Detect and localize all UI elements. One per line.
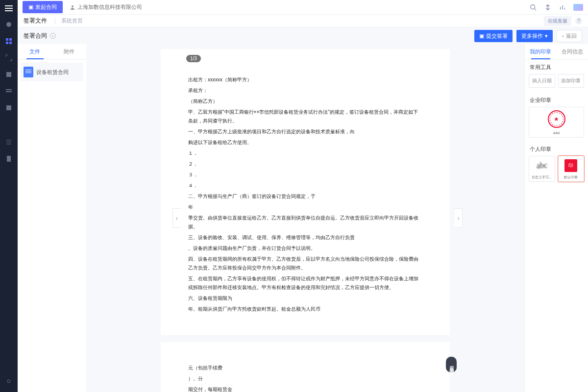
initiate-contract-label: 发起合同 xyxy=(35,3,57,11)
chevron-down-icon: ▾ xyxy=(545,33,548,39)
rail-doc-icon[interactable] xyxy=(5,155,13,163)
svg-point-11 xyxy=(72,5,74,7)
more-actions-label: 更多操作 xyxy=(521,32,543,40)
document-viewer: 1/3 ‹ › 重新填表 出租方：xxxxxx（简称甲方） 承租方： （简称乙方… xyxy=(86,44,524,392)
info-icon[interactable]: i xyxy=(50,33,56,39)
plus-icon: ▣ xyxy=(28,4,33,10)
file-panel: 文件 附件 设备租赁合同 xyxy=(18,44,86,392)
org-name-label: 上海加数信息科技有限公司 xyxy=(77,3,142,11)
doc-line: 承租方： xyxy=(188,86,422,95)
signature-card-default[interactable]: 默认印章 xyxy=(558,156,585,182)
doc-line: ）。分 xyxy=(188,374,422,383)
section-tools-title: 常用工具 xyxy=(525,60,588,74)
doc-line: 出租方：xxxxxx（简称甲方） xyxy=(188,75,422,84)
section-personal-seal-title: 个人印章 xyxy=(525,142,588,156)
prev-page-button[interactable]: ‹ xyxy=(172,208,180,228)
breadcrumb-home-link[interactable]: 系统首页 xyxy=(55,17,83,24)
doc-line: 二、甲方根据与生产厂（商）签订的设备订货合同规定，于 xyxy=(188,192,422,201)
org-icon xyxy=(70,4,75,10)
handwriting-icon: abc xyxy=(536,161,547,171)
svg-line-13 xyxy=(535,8,537,10)
submit-sign-label: 提交签署 xyxy=(486,32,508,40)
tab-contract-info[interactable]: 合同信息 xyxy=(557,44,588,59)
doc-line: 年 xyxy=(188,203,422,212)
support-chip[interactable]: 在线客服 xyxy=(544,16,571,26)
breadcrumb-bar: 签署文件 系统首页 在线客服 ? xyxy=(18,15,588,27)
next-page-button[interactable]: › xyxy=(455,208,463,228)
page-title: 签署合同 xyxy=(24,32,47,40)
tab-my-seals[interactable]: 我的印章 xyxy=(525,44,557,59)
doc-line: 购进以下设备租给乙方使用。 xyxy=(188,138,422,147)
user-avatar[interactable] xyxy=(573,4,583,11)
tab-files[interactable]: 文件 xyxy=(18,44,52,59)
submit-sign-button[interactable]: ▣ 提交签署 xyxy=(474,30,513,42)
svg-point-0 xyxy=(6,22,11,27)
document-icon xyxy=(24,67,33,77)
document-page[interactable]: 出租方：xxxxxx（简称甲方） 承租方： （简称乙方） 甲、乙双方根据"中国工… xyxy=(161,49,450,335)
back-label: 返回 xyxy=(566,32,577,40)
svg-rect-8 xyxy=(6,105,11,110)
action-bar: 签署合同 i ▣ 提交签署 更多操作 ▾ ‹ 返回 xyxy=(18,27,588,44)
svg-rect-6 xyxy=(6,89,12,90)
doc-line: ４． xyxy=(188,181,422,190)
add-seal-button[interactable]: 添加印章 xyxy=(558,74,585,88)
doc-line: 四、设备在租赁期间的所有权属于甲方。乙方收货后，应以甲方名义向当地保险公司投保综… xyxy=(188,255,422,272)
doc-line: 。设备的质量问题由生产厂负责，并在订货合同予以说明。 xyxy=(188,244,422,253)
svg-rect-5 xyxy=(6,72,11,77)
svg-rect-3 xyxy=(6,42,8,44)
help-icon[interactable]: ? xyxy=(575,18,582,24)
breadcrumb-current: 签署文件 xyxy=(24,17,47,25)
rail-settings-icon[interactable] xyxy=(5,377,13,385)
doc-line: 三、设备的验收、安装、调试、使用、保养、维修管理等，均由乙方自行负责 xyxy=(188,233,422,242)
seal-panel: 我的印章 合同信息 常用工具 插入日期 添加印章 企业印章 440 个人印章 a… xyxy=(524,44,588,392)
svg-rect-1 xyxy=(6,38,8,41)
back-button[interactable]: ‹ 返回 xyxy=(557,30,582,42)
signature-label: 默认印章 xyxy=(559,175,584,180)
more-actions-button[interactable]: 更多操作 ▾ xyxy=(516,30,553,42)
doc-line: 元（包括手续费 xyxy=(188,364,422,372)
rail-expand-icon[interactable] xyxy=(5,54,13,62)
org-selector[interactable]: 上海加数信息科技有限公司 xyxy=(70,3,142,11)
left-nav-rail xyxy=(0,0,18,392)
svg-point-10 xyxy=(7,380,10,383)
tab-attachments[interactable]: 附件 xyxy=(52,44,86,59)
svg-rect-7 xyxy=(6,91,12,92)
svg-rect-4 xyxy=(9,42,12,44)
back-icon: ‹ xyxy=(562,33,564,39)
refill-form-chip[interactable]: 重新填表 xyxy=(446,357,457,372)
corporate-seal-card[interactable]: 440 xyxy=(529,107,584,138)
search-icon[interactable] xyxy=(529,3,537,11)
stats-icon[interactable] xyxy=(559,3,566,11)
file-list-item[interactable]: 设备租赁合同 xyxy=(21,63,83,81)
corporate-seal-label: 440 xyxy=(529,131,584,135)
svg-rect-2 xyxy=(9,38,12,41)
file-name-label: 设备租赁合同 xyxy=(36,69,69,76)
hamburger-icon[interactable] xyxy=(5,8,13,9)
transfer-icon[interactable] xyxy=(544,3,552,11)
doc-line: 甲、乙双方根据"中国工商银行××市信托部设备租赁业务试行办法"的规定，签订设备租… xyxy=(188,108,422,125)
rail-archive-icon[interactable] xyxy=(5,71,13,78)
top-bar: ▣ 发起合同 上海加数信息科技有限公司 xyxy=(18,0,588,15)
rail-dashboard-icon[interactable] xyxy=(5,21,13,28)
page-indicator: 1/3 xyxy=(186,55,201,62)
rail-seals-icon[interactable] xyxy=(5,104,13,112)
signature-card-handwritten[interactable]: abc 自定义手写... xyxy=(529,156,555,182)
doc-line: 期交付，每期租赁金 xyxy=(188,385,422,392)
initiate-contract-button[interactable]: ▣ 发起合同 xyxy=(23,1,63,13)
rail-list-icon[interactable] xyxy=(5,138,13,146)
doc-line: 六、设备租赁期限为 xyxy=(188,294,422,303)
svg-rect-9 xyxy=(7,156,11,162)
doc-line: 年。租期从供货厂向甲方托收货款时算起。租金总额为人民币 xyxy=(188,305,422,314)
doc-line: 季交货。由供货单位直接发运给乙方。乙方直接到供货单位自提自运。乙方收货后应立即向… xyxy=(188,214,422,231)
insert-date-button[interactable]: 插入日期 xyxy=(529,74,555,88)
rail-templates-icon[interactable] xyxy=(5,87,13,95)
document-page[interactable]: 元（包括手续费 ）。分 期交付，每期租赁金 xyxy=(161,342,450,392)
doc-line: 一、甲方根据乙方上级批准的项目和乙方自行选定的设备和技术质量标准，向 xyxy=(188,127,422,136)
doc-line: ２． xyxy=(188,160,422,169)
rail-contracts-icon[interactable] xyxy=(5,37,13,45)
sign-icon: ▣ xyxy=(479,33,484,39)
doc-line: 五、在租赁期内，乙方享有设备的使用权，但不得转让或作为财产抵押，未经甲方同意亦不… xyxy=(188,274,422,292)
doc-line: （简称乙方） xyxy=(188,97,422,106)
doc-line: ３． xyxy=(188,171,422,179)
svg-point-12 xyxy=(531,4,535,9)
